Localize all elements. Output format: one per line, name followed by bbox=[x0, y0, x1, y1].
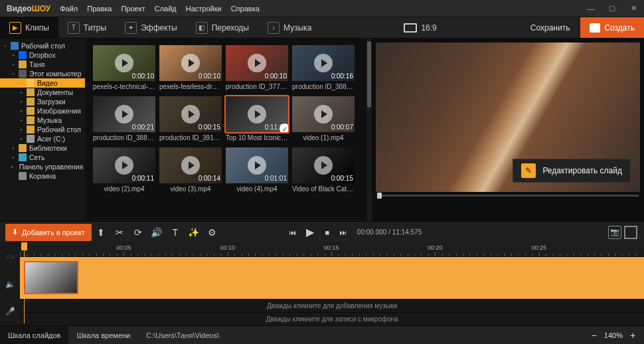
tree-twisty[interactable]: + bbox=[11, 164, 14, 170]
video-track[interactable] bbox=[20, 257, 644, 299]
stop-button[interactable]: ■ bbox=[321, 226, 333, 238]
timeline: ▭ 🔈 🎤 00:0500:1000:1500:2000:25 Дважды к… bbox=[0, 242, 644, 325]
zoom-in-button[interactable]: + bbox=[628, 330, 637, 341]
timeline-slide[interactable] bbox=[24, 261, 78, 294]
clip-thumb[interactable]: 0:11:15✓ bbox=[226, 96, 288, 132]
play-button[interactable]: ▶ bbox=[303, 225, 317, 240]
add-to-project-button[interactable]: ⬇Добавить в проект bbox=[5, 224, 92, 241]
clip-thumb[interactable]: 0:00:15 bbox=[292, 147, 355, 183]
prev-button[interactable]: ⏮ bbox=[287, 226, 299, 238]
tree-row[interactable]: +Таня bbox=[0, 60, 85, 69]
tree-row[interactable]: +Загрузки bbox=[0, 97, 85, 106]
tree-twisty[interactable]: + bbox=[11, 52, 16, 58]
clip-thumb[interactable]: 0:00:11 bbox=[93, 147, 155, 183]
tree-row[interactable]: Корзина bbox=[0, 171, 85, 181]
playhead-marker[interactable] bbox=[21, 242, 27, 250]
clip-thumb[interactable]: 0:00:21 bbox=[93, 96, 155, 132]
text-tool-icon[interactable]: T bbox=[166, 223, 185, 242]
gear-icon[interactable]: ⚙ bbox=[203, 223, 222, 242]
tree-twisty[interactable]: + bbox=[11, 155, 16, 161]
tree-twisty[interactable]: − bbox=[11, 71, 16, 77]
tree-row[interactable]: +Документы bbox=[0, 88, 85, 97]
clip-thumb[interactable]: 0:00:15 bbox=[159, 96, 222, 132]
tab-titles[interactable]: TТитры bbox=[58, 17, 116, 38]
menu-file[interactable]: Файл bbox=[60, 5, 78, 13]
tree-row[interactable]: −Рабочий стол bbox=[0, 41, 85, 50]
aspect-selector[interactable]: 16:9 bbox=[394, 23, 445, 33]
tree-row[interactable]: +Сеть bbox=[0, 153, 85, 162]
create-button[interactable]: Создать bbox=[580, 17, 644, 38]
tab-clips-label: Клипы bbox=[25, 23, 49, 33]
tree-row[interactable]: +Видео bbox=[0, 78, 85, 88]
wand-icon[interactable]: ✨ bbox=[185, 223, 203, 242]
music-hint-track[interactable]: Дважды кликните для добавления музыки bbox=[20, 299, 644, 312]
save-button[interactable]: Сохранить bbox=[520, 17, 581, 38]
clip-thumb[interactable]: 0:00:10 bbox=[93, 45, 155, 81]
tree-row[interactable]: +Музыка bbox=[0, 116, 85, 125]
tree-row[interactable]: +Dropbox bbox=[0, 50, 85, 60]
scale-time-tab[interactable]: Шкала времени bbox=[68, 326, 138, 344]
folder-tree: −Рабочий стол+Dropbox+Таня−Этот компьюте… bbox=[0, 39, 85, 221]
audio-track-icon[interactable]: 🔈 bbox=[0, 270, 20, 298]
tree-row[interactable]: +Библиотеки bbox=[0, 143, 85, 153]
mic-track-icon[interactable]: 🎤 bbox=[0, 298, 20, 325]
add-to-project-label: Добавить в проект bbox=[22, 228, 85, 236]
preview-seekbar[interactable] bbox=[376, 192, 640, 199]
tree-twisty[interactable]: + bbox=[19, 118, 24, 124]
tree-twisty[interactable]: + bbox=[19, 80, 24, 86]
tree-twisty[interactable]: + bbox=[19, 136, 24, 142]
menu-edit[interactable]: Правка bbox=[87, 5, 112, 13]
tab-clips[interactable]: ▶Клипы bbox=[0, 17, 58, 38]
maximize-icon[interactable]: ▢ bbox=[608, 5, 616, 13]
clip-thumb[interactable]: 0:00:16 bbox=[292, 45, 355, 81]
clip-cell: 0:00:15Video of Black Cat.mp4 bbox=[292, 147, 355, 195]
tree-twisty[interactable]: + bbox=[19, 127, 24, 133]
tree-row[interactable]: −Этот компьютер bbox=[0, 69, 85, 78]
tree-twisty[interactable]: + bbox=[19, 99, 24, 105]
clip-thumb[interactable]: 0:00:10 bbox=[226, 45, 288, 81]
clip-thumb[interactable]: 0:00:07 bbox=[292, 96, 355, 132]
tab-music[interactable]: ♪Музыка bbox=[258, 17, 321, 38]
clip-cell: 0:00:10pexels-c-technical-582354... bbox=[93, 45, 155, 92]
minimize-icon[interactable]: — bbox=[587, 5, 595, 13]
menu-settings[interactable]: Настройки bbox=[186, 5, 222, 13]
clip-thumb[interactable]: 0:00:10 bbox=[159, 45, 222, 81]
mic-hint-track[interactable]: Дважды кликните для записи с микрофона bbox=[20, 312, 644, 325]
rotate-icon[interactable]: ⟳ bbox=[129, 223, 147, 242]
video-track-icon[interactable]: ▭ bbox=[0, 242, 20, 270]
parent-folder-icon[interactable]: ⬆ bbox=[92, 223, 110, 242]
tree-twisty[interactable]: + bbox=[11, 62, 16, 68]
tab-transitions[interactable]: ◧Переходы bbox=[187, 17, 258, 38]
menu-help[interactable]: Справка bbox=[231, 5, 260, 13]
scale-slides-tab[interactable]: Шкала слайдов bbox=[0, 326, 68, 344]
clip-name: video (2).mp4 bbox=[93, 185, 155, 195]
tree-row[interactable]: +Панель управления bbox=[0, 162, 85, 171]
next-button[interactable]: ⏭ bbox=[337, 226, 349, 238]
edit-slide-button[interactable]: ✎ Редактировать слайд bbox=[513, 159, 631, 183]
tree-twisty[interactable]: − bbox=[3, 43, 8, 49]
snapshot-icon[interactable]: 📷 bbox=[608, 226, 621, 239]
tab-effects[interactable]: ✦Эффекты bbox=[116, 17, 187, 38]
close-icon[interactable]: ✕ bbox=[629, 5, 637, 13]
tab-music-label: Музыка bbox=[283, 23, 311, 33]
tree-row[interactable]: +Изображения bbox=[0, 106, 85, 116]
clip-thumb[interactable]: 0:01:01 bbox=[226, 147, 288, 183]
timeline-ruler[interactable]: 00:0500:1000:1500:2000:25 bbox=[20, 242, 644, 257]
tree-twisty[interactable]: + bbox=[19, 108, 24, 114]
tree-twisty[interactable]: + bbox=[19, 90, 24, 96]
clip-duration: 0:00:15 bbox=[331, 175, 353, 182]
tree-twisty[interactable]: + bbox=[11, 145, 16, 151]
tree-row[interactable]: +Acer (C:) bbox=[0, 134, 85, 143]
zoom-out-button[interactable]: − bbox=[590, 330, 599, 341]
clip-thumb[interactable]: 0:00:14 bbox=[159, 147, 222, 183]
fullscreen-icon[interactable] bbox=[624, 226, 637, 239]
clip-browser: 0:00:10pexels-c-technical-582354...0:00:… bbox=[85, 39, 372, 221]
ruler-label: 00:25 bbox=[531, 244, 546, 251]
volume-icon[interactable]: 🔊 bbox=[147, 223, 166, 242]
menu-slide[interactable]: Слайд bbox=[155, 5, 177, 13]
clip-cell: 0:01:01video (4).mp4 bbox=[226, 147, 288, 195]
cut-icon[interactable]: ✂ bbox=[110, 223, 129, 242]
menu-project[interactable]: Проект bbox=[121, 5, 145, 13]
clips-scrollbar[interactable] bbox=[366, 39, 372, 221]
tree-row[interactable]: +Рабочий стол bbox=[0, 125, 85, 134]
